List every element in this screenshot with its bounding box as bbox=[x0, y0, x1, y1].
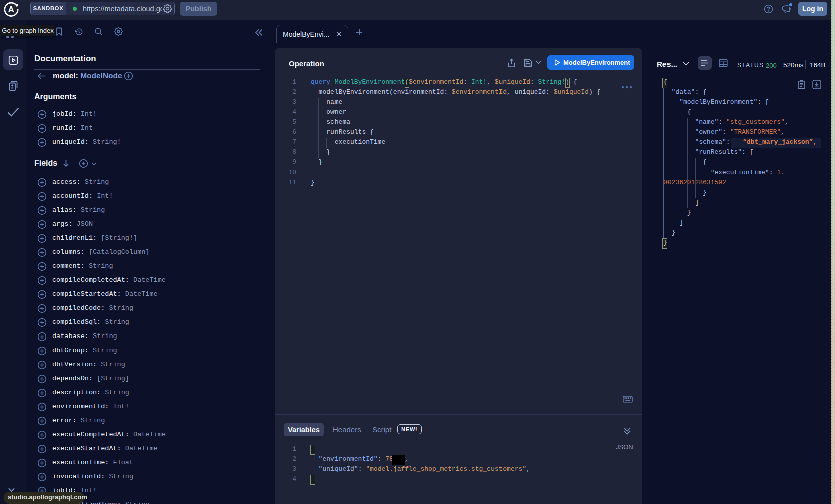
svg-text:A: A bbox=[8, 5, 14, 14]
